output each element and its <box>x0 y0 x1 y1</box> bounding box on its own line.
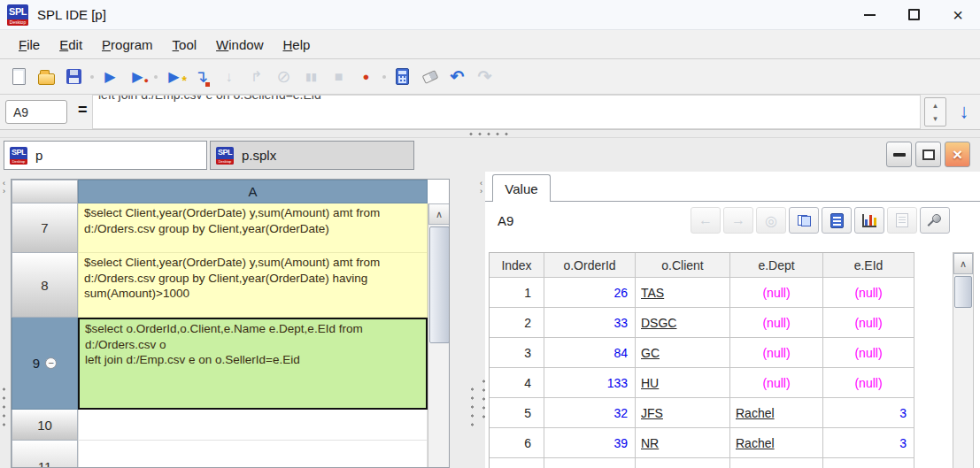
cell-eid: (null) <box>823 338 914 368</box>
toolbar-separator <box>154 75 158 79</box>
scroll-up-button[interactable]: ∧ <box>428 203 450 225</box>
minimize-icon <box>864 14 876 16</box>
app-logo-subtext: Desktop <box>7 19 28 26</box>
row-header-10[interactable]: 10 <box>12 410 78 441</box>
cell-client: KT <box>636 458 730 468</box>
row-header-11[interactable]: 11 <box>12 441 78 468</box>
cell-dept: Rachel <box>730 458 823 468</box>
formula-input[interactable]: left join d:/Emp.csv e on o.SellerId=e.E… <box>92 95 921 129</box>
chevron-down-icon: ▾ <box>933 114 938 123</box>
center-splitter-grip[interactable] <box>469 387 475 427</box>
document-restore-button[interactable] <box>915 142 941 167</box>
titlebar: SPL Desktop SPL IDE [p] × <box>0 0 980 30</box>
restore-windows-icon <box>922 150 935 160</box>
cell-a10[interactable] <box>78 410 428 441</box>
value-vertical-scrollbar[interactable]: ∧ <box>953 252 974 468</box>
open-file-button[interactable] <box>33 65 60 89</box>
panel-collapse-arrows[interactable]: ‹ › <box>477 180 485 196</box>
window-maximize-button[interactable] <box>891 0 936 30</box>
scrollbar-thumb[interactable] <box>429 226 450 343</box>
properties-icon <box>896 213 908 227</box>
menu-tool[interactable]: Tool <box>163 33 207 57</box>
horizontal-splitter[interactable] <box>0 130 980 138</box>
cell-a11[interactable] <box>78 441 428 468</box>
document-minimize-button[interactable] <box>886 142 912 167</box>
column-header-a[interactable]: A <box>78 180 428 203</box>
cell-a7[interactable]: $select Client,year(OrderDate) y,sum(Amo… <box>78 203 428 253</box>
value-panel: Value A9 ← → ◎ Index o.OrderId <box>485 172 980 468</box>
cell-reference-box[interactable]: A9 <box>5 100 67 124</box>
copy-data-button[interactable] <box>789 207 819 234</box>
record-button[interactable]: ● <box>352 65 380 89</box>
menu-help[interactable]: Help <box>273 33 320 57</box>
grid-vertical-scrollbar[interactable]: ∧ <box>428 203 450 468</box>
row-header-8[interactable]: 8 <box>12 253 78 318</box>
tab-icon: SPL Desktop <box>216 147 234 165</box>
left-collapse-arrows[interactable]: ‹ › <box>0 180 8 196</box>
copy-data-icon <box>798 215 811 226</box>
new-file-button[interactable] <box>5 65 33 89</box>
cell-client: TAS <box>636 278 730 308</box>
show-form-button[interactable] <box>822 207 852 234</box>
execute-debug-icon: ▶ <box>132 68 143 85</box>
row-header-7[interactable]: 7 <box>12 203 78 253</box>
save-icon <box>66 69 81 84</box>
cell-dept: (null) <box>730 278 823 308</box>
table-row: 1 26 TAS (null) (null) <box>490 278 914 308</box>
step-execute-icon: ▶ <box>168 68 179 85</box>
scrollbar-thumb[interactable] <box>954 276 972 308</box>
tab-p-splx[interactable]: SPL Desktop p.splx <box>210 141 414 170</box>
expand-formula-button[interactable]: ↓ <box>953 98 976 125</box>
back-icon: ← <box>698 212 713 228</box>
tab-value[interactable]: Value <box>492 174 551 202</box>
window-minimize-button[interactable] <box>847 0 891 30</box>
draw-chart-button[interactable] <box>854 207 884 234</box>
menu-edit[interactable]: Edit <box>50 33 92 57</box>
menu-window[interactable]: Window <box>206 33 273 57</box>
cell-client: HU <box>636 368 730 398</box>
cell-index: 5 <box>490 398 544 428</box>
scroll-up-button[interactable]: ∧ <box>953 253 973 274</box>
cell-a9-selected[interactable]: $select o.OrderId,o.Client,e.Name e.Dept… <box>78 318 428 410</box>
pin-button[interactable] <box>920 207 950 234</box>
document-close-button[interactable]: × <box>945 142 970 167</box>
result-table: Index o.OrderId o.Client e.Dept e.EId 1 … <box>489 252 914 468</box>
grid-corner-cell[interactable] <box>12 180 78 203</box>
menu-file[interactable]: File <box>9 33 50 57</box>
cell-orderid: 32 <box>544 398 636 428</box>
toolbar-separator <box>90 75 94 79</box>
calculator-icon <box>396 68 409 85</box>
grid-row-8: 8 $select Client,year(OrderDate) y,sum(A… <box>12 253 428 318</box>
tab-icon-text: SPL <box>216 148 234 157</box>
cell-dept: Rachel <box>730 398 823 428</box>
collapse-row-icon[interactable]: − <box>45 357 57 369</box>
calculator-button[interactable] <box>389 65 416 89</box>
row-header-9[interactable]: 9 − <box>12 318 78 410</box>
spinner-up-button[interactable]: ▴ <box>925 98 945 112</box>
pause-button: ▮▮ <box>297 65 325 89</box>
window-close-button[interactable]: × <box>936 0 980 30</box>
left-splitter-grip[interactable] <box>1 387 7 427</box>
pin-icon <box>928 213 942 227</box>
cell-index: 1 <box>490 278 544 308</box>
tab-p[interactable]: SPL Desktop p <box>4 141 207 170</box>
tab-icon-subtext: Desktop <box>10 159 27 165</box>
cell-index: 4 <box>490 368 544 398</box>
column-header: o.OrderId <box>544 253 636 278</box>
step-into-icon: ↓ <box>226 69 233 85</box>
eraser-button[interactable] <box>416 65 444 89</box>
spinner-down-button[interactable]: ▾ <box>925 112 945 127</box>
formula-text: left join d:/Emp.csv e on o.SellerId=e.E… <box>98 95 321 102</box>
step-execute-button[interactable]: ▶* <box>160 65 188 89</box>
cell-a8[interactable]: $select Client,year(OrderDate) y,sum(Amo… <box>78 253 428 318</box>
step-into-button: ↓ <box>215 65 243 89</box>
save-button[interactable] <box>60 65 88 89</box>
execute-debug-button[interactable]: ▶● <box>124 65 151 89</box>
cell-client: DSGC <box>636 308 730 338</box>
menu-program[interactable]: Program <box>92 33 163 57</box>
undo-button[interactable]: ↶ <box>444 65 471 89</box>
maximize-icon <box>908 9 920 20</box>
column-header: Index <box>490 253 544 278</box>
run-button[interactable]: ▶ <box>96 65 124 89</box>
step-over-button[interactable]: ↴ <box>188 65 215 89</box>
